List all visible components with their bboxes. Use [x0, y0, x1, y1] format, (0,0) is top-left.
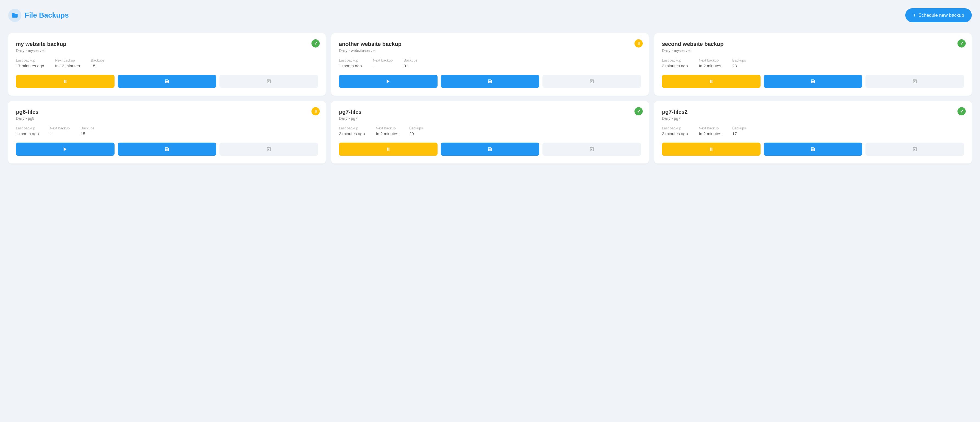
next-backup-stat: Next backup - — [50, 126, 70, 136]
calendar-button[interactable] — [865, 75, 964, 88]
save-button[interactable] — [764, 143, 862, 156]
status-badge — [635, 39, 643, 48]
next-backup-value: - — [50, 131, 70, 136]
backups-value: 28 — [732, 64, 746, 68]
status-paused-icon — [637, 41, 641, 46]
svg-rect-6 — [387, 148, 388, 151]
last-backup-label: Last backup — [662, 58, 688, 62]
card-stats: Last backup 1 month ago Next backup - Ba… — [16, 126, 318, 136]
status-badge — [958, 39, 966, 48]
svg-rect-0 — [64, 80, 65, 83]
save-button[interactable] — [441, 143, 539, 156]
next-backup-label: Next backup — [376, 126, 398, 130]
backups-stat: Backups 28 — [732, 58, 746, 68]
pause-button[interactable] — [16, 75, 115, 88]
card-subtitle: Daily - website-server — [339, 48, 641, 53]
last-backup-stat: Last backup 17 minutes ago — [16, 58, 44, 68]
next-backup-stat: Next backup In 2 minutes — [699, 126, 721, 136]
backup-card-6: pg7-files2 Daily - pg7 Last backup 2 min… — [654, 101, 972, 164]
status-badge — [312, 39, 320, 48]
save-button[interactable] — [441, 75, 539, 88]
svg-rect-1 — [66, 80, 67, 83]
card-title: pg8-files — [16, 109, 318, 115]
next-backup-stat: Next backup In 2 minutes — [376, 126, 398, 136]
backups-label: Backups — [732, 58, 746, 62]
next-backup-stat: Next backup In 12 minutes — [55, 58, 80, 68]
next-backup-stat: Next backup In 2 minutes — [699, 58, 721, 68]
status-paused-icon — [313, 109, 318, 113]
calendar-button[interactable] — [220, 75, 318, 88]
card-title: pg7-files — [339, 109, 641, 115]
card-actions — [662, 75, 964, 88]
last-backup-value: 2 minutes ago — [662, 131, 688, 136]
card-stats: Last backup 2 minutes ago Next backup In… — [662, 126, 964, 136]
status-active-icon — [637, 109, 641, 114]
calendar-button[interactable] — [542, 75, 641, 88]
save-button[interactable] — [118, 143, 216, 156]
next-backup-value: In 2 minutes — [699, 131, 721, 136]
svg-rect-4 — [712, 80, 713, 83]
save-button[interactable] — [118, 75, 216, 88]
last-backup-value: 1 month ago — [339, 64, 362, 68]
card-title: another website backup — [339, 41, 641, 47]
card-subtitle: Daily - pg8 — [16, 116, 318, 121]
backups-stat: Backups 31 — [404, 58, 417, 68]
calendar-button[interactable] — [865, 143, 964, 156]
backups-stat: Backups 15 — [91, 58, 105, 68]
last-backup-label: Last backup — [16, 126, 39, 130]
card-actions — [16, 143, 318, 156]
last-backup-value: 17 minutes ago — [16, 64, 44, 68]
card-stats: Last backup 17 minutes ago Next backup I… — [16, 58, 318, 68]
svg-rect-8 — [710, 148, 711, 151]
next-backup-label: Next backup — [699, 126, 721, 130]
play-button[interactable] — [339, 75, 438, 88]
card-subtitle: Daily - my-server — [662, 48, 964, 53]
backup-cards-grid: my website backup Daily - my-server Last… — [8, 33, 972, 164]
last-backup-stat: Last backup 2 minutes ago — [662, 58, 688, 68]
backups-stat: Backups 17 — [732, 126, 746, 136]
card-stats: Last backup 2 minutes ago Next backup In… — [339, 126, 641, 136]
card-stats: Last backup 1 month ago Next backup - Ba… — [339, 58, 641, 68]
backups-label: Backups — [81, 126, 94, 130]
last-backup-label: Last backup — [662, 126, 688, 130]
backups-value: 15 — [91, 64, 105, 68]
status-badge — [958, 107, 966, 115]
status-active-icon — [960, 109, 964, 114]
last-backup-stat: Last backup 2 minutes ago — [662, 126, 688, 136]
backups-label: Backups — [404, 58, 417, 62]
backup-card-2: another website backup Daily - website-s… — [331, 33, 649, 96]
status-active-icon — [314, 41, 318, 46]
svg-rect-7 — [389, 148, 390, 151]
pause-button[interactable] — [662, 75, 760, 88]
backups-value: 15 — [81, 131, 94, 136]
last-backup-value: 2 minutes ago — [339, 131, 365, 136]
last-backup-value: 1 month ago — [16, 131, 39, 136]
next-backup-label: Next backup — [55, 58, 80, 62]
next-backup-value: - — [373, 64, 393, 68]
card-subtitle: Daily - pg7 — [662, 116, 964, 121]
play-button[interactable] — [16, 143, 115, 156]
backups-label: Backups — [409, 126, 423, 130]
svg-rect-3 — [710, 80, 711, 83]
last-backup-stat: Last backup 1 month ago — [339, 58, 362, 68]
backups-label: Backups — [91, 58, 105, 62]
pause-button[interactable] — [339, 143, 438, 156]
backups-stat: Backups 20 — [409, 126, 423, 136]
calendar-button[interactable] — [542, 143, 641, 156]
next-backup-stat: Next backup - — [373, 58, 393, 68]
next-backup-value: In 2 minutes — [699, 64, 721, 68]
backup-card-1: my website backup Daily - my-server Last… — [8, 33, 326, 96]
pause-button[interactable] — [662, 143, 760, 156]
svg-marker-2 — [387, 80, 390, 83]
svg-marker-5 — [64, 147, 67, 151]
save-button[interactable] — [764, 75, 862, 88]
backups-value: 31 — [404, 64, 417, 68]
backups-stat: Backups 15 — [81, 126, 94, 136]
last-backup-value: 2 minutes ago — [662, 64, 688, 68]
card-subtitle: Daily - my-server — [16, 48, 318, 53]
schedule-new-backup-button[interactable]: + Schedule new backup — [905, 8, 972, 22]
calendar-button[interactable] — [220, 143, 318, 156]
page-title: File Backups — [25, 11, 68, 19]
card-title: pg7-files2 — [662, 109, 964, 115]
card-actions — [662, 143, 964, 156]
